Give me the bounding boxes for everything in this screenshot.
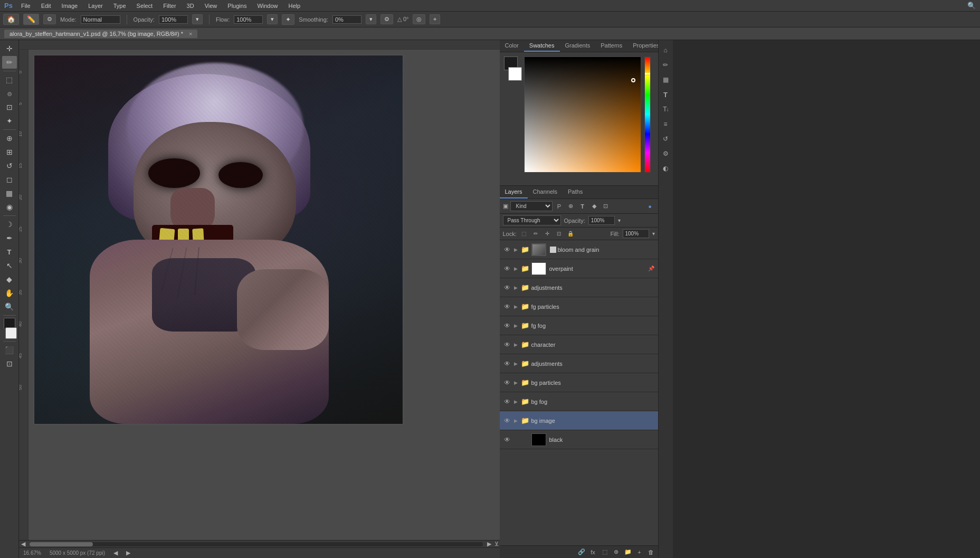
- visibility-toggle-bgp[interactable]: 👁: [503, 379, 511, 387]
- symmetry-button[interactable]: ⌖: [430, 14, 440, 24]
- menu-type[interactable]: Type: [111, 3, 128, 9]
- zoom-tool[interactable]: 🔍: [2, 300, 17, 313]
- filter-pixel-btn[interactable]: P: [555, 202, 564, 211]
- align-panel-icon[interactable]: ≡: [660, 118, 671, 130]
- brush-tool-button[interactable]: ✏️: [23, 14, 39, 25]
- layers-list[interactable]: 👁 ▶ 📁 bloom and grain 👁: [500, 240, 658, 545]
- move-tool[interactable]: ✛: [2, 42, 17, 55]
- opacity-arrow[interactable]: ▾: [618, 217, 621, 223]
- pressure-button[interactable]: ◎: [413, 14, 425, 24]
- airbrush-button[interactable]: ✦: [282, 14, 294, 25]
- blur-tool[interactable]: ◉: [2, 201, 17, 213]
- gradient-tool[interactable]: ▦: [2, 187, 17, 200]
- layer-item-adjustments-top[interactable]: 👁 ▶ 📁 adjustments: [500, 278, 658, 297]
- opacity-options[interactable]: ▾: [192, 14, 203, 24]
- layer-item-fg-fog[interactable]: 👁 ▶ 📁 fg fog: [500, 316, 658, 335]
- marquee-tool[interactable]: ⬚: [2, 73, 17, 86]
- tool-options-button[interactable]: ⚙: [43, 14, 56, 24]
- text-panel-icon[interactable]: T: [660, 89, 671, 100]
- expand-fgp[interactable]: ▶: [512, 303, 520, 310]
- search-icon[interactable]: 🔍: [967, 2, 976, 10]
- mode-input[interactable]: [81, 15, 120, 24]
- blend-mode-select[interactable]: Pass Through Normal Multiply Screen Over…: [503, 215, 561, 225]
- expand-char[interactable]: ▶: [512, 341, 520, 348]
- history-panel-icon[interactable]: ↺: [660, 133, 671, 145]
- layer-item-bg-fog[interactable]: 👁 ▶ 📁 bg fog: [500, 392, 658, 411]
- menu-filter[interactable]: Filter: [161, 3, 178, 9]
- layer-item-bloom-grain[interactable]: 👁 ▶ 📁 bloom and grain: [500, 240, 658, 259]
- tab-patterns[interactable]: Patterns: [595, 40, 627, 52]
- visibility-toggle-adj-mid[interactable]: 👁: [503, 360, 511, 368]
- tab-color[interactable]: Color: [500, 40, 524, 52]
- flow-options[interactable]: ▾: [267, 14, 278, 24]
- layer-item-adjustments-mid[interactable]: 👁 ▶ 📁 adjustments: [500, 354, 658, 373]
- menu-file[interactable]: File: [19, 3, 33, 9]
- adjustments-panel-icon[interactable]: ◐: [660, 163, 671, 174]
- fill-arrow[interactable]: ▾: [652, 231, 655, 237]
- path-select-tool[interactable]: ↖: [2, 259, 17, 272]
- hand-tool[interactable]: ✋: [2, 287, 17, 299]
- smoothing-input[interactable]: [332, 15, 361, 24]
- new-group-btn[interactable]: 📁: [623, 547, 633, 557]
- new-layer-btn[interactable]: +: [635, 547, 644, 557]
- lock-transparent[interactable]: ⬚: [520, 230, 528, 238]
- tab-properties[interactable]: Properties: [627, 40, 658, 52]
- text-tool[interactable]: T: [2, 245, 17, 258]
- menu-layer[interactable]: Layer: [86, 3, 105, 9]
- expand-adj-mid[interactable]: ▶: [512, 360, 520, 367]
- expand-adj-top[interactable]: ▶: [512, 284, 520, 291]
- layers-panel-icon[interactable]: ▦: [660, 74, 671, 86]
- layer-item-bg-particles[interactable]: 👁 ▶ 📁 bg particles: [500, 373, 658, 392]
- visibility-toggle-bgimg[interactable]: 👁: [503, 417, 511, 425]
- add-mask-btn[interactable]: ⬚: [600, 547, 610, 557]
- filter-shape-btn[interactable]: ◆: [589, 202, 599, 211]
- hscroll-thumb[interactable]: [30, 542, 93, 546]
- scroll-right-btn[interactable]: ▶: [485, 541, 493, 547]
- scroll-left-btn[interactable]: ◀: [19, 541, 27, 547]
- screen-mode-tool[interactable]: ⊡: [2, 357, 17, 370]
- opacity-field[interactable]: [588, 216, 615, 225]
- ps-logo[interactable]: Ps: [4, 2, 13, 10]
- menu-plugins[interactable]: Plugins: [225, 3, 249, 9]
- visibility-toggle-adj-top[interactable]: 👁: [503, 283, 511, 292]
- dodge-tool[interactable]: ☽: [2, 218, 17, 231]
- menu-3d[interactable]: 3D: [185, 3, 196, 9]
- lock-artboard[interactable]: ⊡: [555, 230, 563, 238]
- doc-tab-item[interactable]: alora_by_steffen_hartmann_v1.psd @ 16,7%…: [4, 30, 197, 38]
- expand-bgfog[interactable]: ▶: [512, 398, 520, 405]
- layer-item-bg-image[interactable]: 👁 ▶ 📁 bg image: [500, 411, 658, 430]
- new-adjustment-btn[interactable]: ⊕: [612, 547, 621, 557]
- filter-type-btn[interactable]: T: [578, 202, 587, 211]
- smoothing-settings[interactable]: ⚙: [380, 14, 393, 24]
- fill-field[interactable]: [623, 229, 649, 238]
- visibility-toggle-fgp[interactable]: 👁: [503, 302, 511, 311]
- healing-tool[interactable]: ⊕: [2, 132, 17, 145]
- flow-input[interactable]: [234, 15, 263, 24]
- visibility-toggle-overpaint[interactable]: 👁: [503, 264, 511, 273]
- clone-tool[interactable]: ⊞: [2, 146, 17, 158]
- menu-window[interactable]: Window: [255, 3, 280, 9]
- expand-bgp[interactable]: ▶: [512, 379, 520, 386]
- horizontal-scrollbar[interactable]: ◀ ▶ ⊻: [19, 540, 500, 547]
- opacity-input[interactable]: [159, 15, 188, 24]
- status-nav-next[interactable]: ▶: [126, 550, 130, 556]
- visibility-toggle-fgfog[interactable]: 👁: [503, 321, 511, 330]
- filter-toggle[interactable]: ●: [645, 202, 655, 211]
- smoothing-options[interactable]: ▾: [366, 14, 376, 24]
- hue-slider[interactable]: [644, 56, 651, 173]
- expand-overpaint[interactable]: ▶: [512, 265, 520, 272]
- visibility-toggle-black[interactable]: 👁: [503, 436, 511, 444]
- layer-item-overpaint[interactable]: 👁 ▶ 📁 overpaint 📌: [500, 259, 658, 278]
- home-button[interactable]: 🏠: [3, 14, 19, 25]
- menu-help[interactable]: Help: [287, 3, 303, 9]
- lock-image[interactable]: ✏: [531, 230, 540, 238]
- menu-image[interactable]: Image: [60, 3, 80, 9]
- layer-item-character[interactable]: 👁 ▶ 📁 character: [500, 335, 658, 354]
- layer-item-fg-particles[interactable]: 👁 ▶ 📁 fg particles: [500, 297, 658, 316]
- tab-channels[interactable]: Channels: [528, 186, 563, 198]
- scroll-expand[interactable]: ⊻: [493, 541, 500, 547]
- canvas-document[interactable]: [34, 55, 403, 424]
- expand-fgfog[interactable]: ▶: [512, 322, 520, 329]
- home-panel-icon[interactable]: ⌂: [660, 44, 671, 56]
- hscroll-track[interactable]: [30, 542, 483, 546]
